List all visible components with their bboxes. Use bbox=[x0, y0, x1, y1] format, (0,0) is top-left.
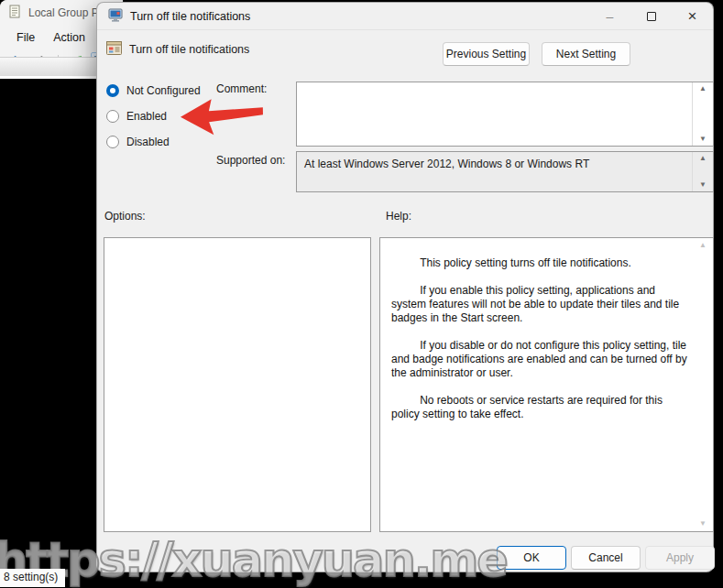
setting-name: Turn off tile notifications bbox=[129, 43, 249, 56]
ok-button[interactable]: OK bbox=[497, 546, 566, 570]
cancel-button[interactable]: Cancel bbox=[571, 546, 641, 570]
scroll-down-icon[interactable]: ▼ bbox=[699, 136, 707, 143]
supported-on-label: Supported on: bbox=[216, 154, 285, 167]
radio-unselected-icon[interactable] bbox=[106, 110, 119, 123]
watermark-text: https://xuanyuan.me bbox=[0, 533, 507, 587]
apply-button: Apply bbox=[645, 546, 715, 570]
radio-selected-icon[interactable] bbox=[106, 84, 119, 97]
dialog-titlebar[interactable]: Turn off tile notifications – × bbox=[97, 3, 713, 30]
next-setting-button[interactable]: Next Setting bbox=[542, 42, 630, 66]
scroll-up-icon[interactable]: ▲ bbox=[699, 242, 707, 249]
help-paragraph: If you enable this policy setting, appli… bbox=[391, 284, 691, 325]
previous-setting-button[interactable]: Previous Setting bbox=[443, 42, 530, 66]
help-scrollbar[interactable]: ▲ ▼ bbox=[696, 242, 710, 528]
supported-on-value: At least Windows Server 2012, Windows 8 … bbox=[304, 158, 685, 170]
bg-window-title: Local Group P bbox=[28, 6, 99, 19]
supported-on-box: At least Windows Server 2012, Windows 8 … bbox=[296, 151, 714, 192]
menu-item-file[interactable]: File bbox=[7, 28, 44, 47]
radio-label: Disabled bbox=[126, 136, 170, 148]
comment-textarea[interactable]: ▲ ▼ bbox=[296, 82, 714, 147]
help-paragraph: No reboots or service restarts are requi… bbox=[391, 394, 691, 421]
gpedit-monitor-icon bbox=[108, 8, 123, 25]
help-paragraph: If you disable or do not configure this … bbox=[391, 339, 691, 380]
radio-not-configured[interactable]: Not Configured bbox=[106, 83, 201, 98]
dialog-title: Turn off tile notifications bbox=[130, 10, 589, 23]
comment-label: Comment: bbox=[216, 82, 267, 95]
radio-label: Not Configured bbox=[126, 84, 201, 97]
close-button[interactable]: × bbox=[672, 3, 713, 29]
scroll-up-icon[interactable]: ▲ bbox=[699, 85, 707, 93]
scroll-icon bbox=[8, 5, 22, 21]
options-label: Options: bbox=[104, 210, 146, 223]
comment-scrollbar[interactable]: ▲ ▼ bbox=[692, 82, 713, 146]
scroll-up-icon[interactable]: ▲ bbox=[699, 155, 707, 162]
help-paragraph: This policy setting turns off tile notif… bbox=[391, 256, 691, 270]
help-label: Help: bbox=[386, 210, 411, 223]
radio-unselected-icon[interactable] bbox=[106, 136, 119, 148]
help-text: This policy setting turns off tile notif… bbox=[391, 256, 691, 524]
status-text: 8 setting(s) bbox=[0, 569, 65, 587]
supported-on-scrollbar[interactable]: ▲ ▼ bbox=[692, 152, 713, 191]
scroll-down-icon[interactable]: ▼ bbox=[699, 181, 707, 189]
policy-setting-icon bbox=[106, 41, 122, 58]
maximize-icon bbox=[647, 12, 656, 21]
minimize-button[interactable]: – bbox=[589, 3, 630, 29]
maximize-button[interactable] bbox=[630, 3, 672, 29]
radio-label: Enabled bbox=[126, 110, 167, 123]
setting-header: Turn off tile notifications bbox=[106, 41, 249, 58]
help-panel: This policy setting turns off tile notif… bbox=[379, 237, 714, 532]
options-panel bbox=[104, 237, 371, 532]
turn-off-tile-notifications-dialog: Turn off tile notifications – × Turn off… bbox=[96, 2, 714, 572]
scroll-down-icon[interactable]: ▼ bbox=[699, 520, 707, 528]
menu-item-action[interactable]: Action bbox=[44, 28, 94, 47]
red-annotation-arrow bbox=[179, 97, 298, 142]
